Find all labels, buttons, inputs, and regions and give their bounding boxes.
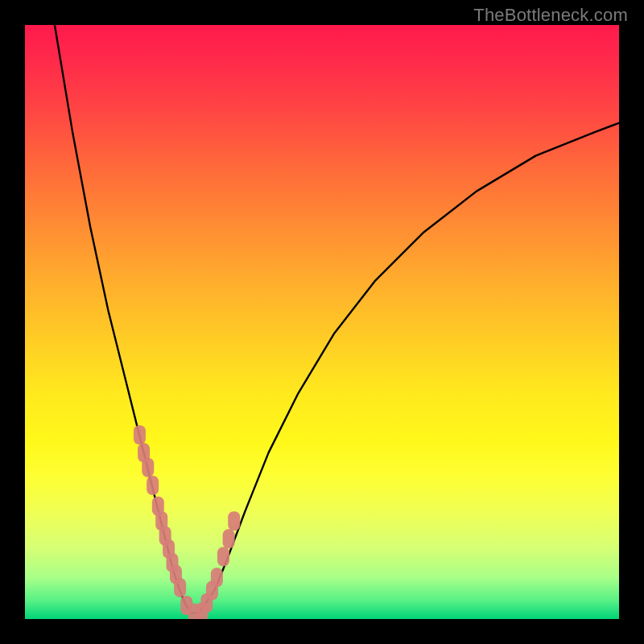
curve-marker: [174, 578, 186, 597]
curve-marker: [211, 568, 223, 587]
chart-stage: TheBottleneck.com: [0, 0, 644, 644]
curve-marker: [228, 511, 240, 530]
curve-marker: [147, 476, 159, 495]
curve-marker: [134, 425, 146, 444]
curve-marker: [142, 458, 154, 477]
watermark-text: TheBottleneck.com: [473, 5, 628, 26]
curve-markers: [134, 425, 240, 619]
plot-area: [25, 25, 619, 619]
curve-marker: [217, 547, 229, 567]
curve-layer: [25, 25, 619, 619]
bottleneck-curve-path: [55, 25, 619, 613]
bottleneck-curve: [55, 25, 619, 613]
curve-marker: [223, 529, 235, 548]
